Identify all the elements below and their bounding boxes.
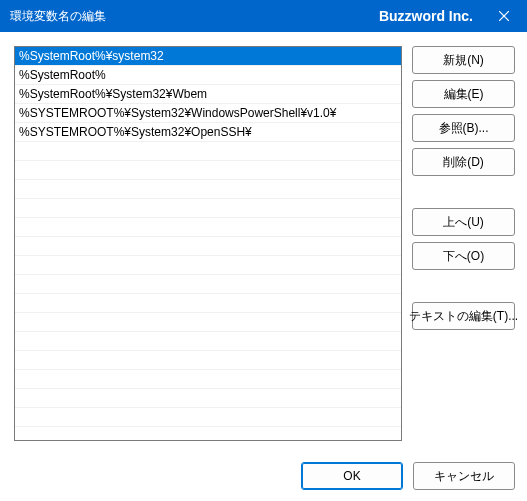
list-item[interactable] [15, 313, 401, 332]
content-area: %SystemRoot%¥system32%SystemRoot%%System… [0, 32, 527, 451]
list-item[interactable] [15, 389, 401, 408]
edit-button[interactable]: 編集(E) [412, 80, 515, 108]
list-item[interactable] [15, 256, 401, 275]
list-item[interactable] [15, 180, 401, 199]
list-item[interactable] [15, 161, 401, 180]
list-item[interactable]: %SystemRoot%¥System32¥Wbem [15, 85, 401, 104]
delete-button[interactable]: 削除(D) [412, 148, 515, 176]
list-item[interactable] [15, 370, 401, 389]
brand-name: Buzzword Inc. [379, 8, 473, 24]
cancel-button[interactable]: キャンセル [413, 462, 515, 490]
list-item[interactable] [15, 332, 401, 351]
footer: OK キャンセル [0, 451, 527, 501]
close-button[interactable] [481, 0, 527, 32]
move-down-button[interactable]: 下へ(O) [412, 242, 515, 270]
button-column: 新規(N) 編集(E) 参照(B)... 削除(D) 上へ(U) 下へ(O) テ… [412, 46, 515, 441]
browse-button[interactable]: 参照(B)... [412, 114, 515, 142]
list-item[interactable] [15, 294, 401, 313]
list-item[interactable]: %SystemRoot% [15, 66, 401, 85]
list-item[interactable] [15, 275, 401, 294]
list-item[interactable] [15, 218, 401, 237]
list-item[interactable]: %SystemRoot%¥system32 [15, 47, 401, 66]
list-item[interactable] [15, 351, 401, 370]
list-item[interactable]: %SYSTEMROOT%¥System32¥OpenSSH¥ [15, 123, 401, 142]
close-icon [499, 11, 509, 21]
window-title: 環境変数名の編集 [10, 8, 106, 25]
list-item[interactable] [15, 142, 401, 161]
list-item[interactable] [15, 408, 401, 427]
edit-text-button[interactable]: テキストの編集(T)... [412, 302, 515, 330]
list-item[interactable] [15, 237, 401, 256]
ok-button[interactable]: OK [301, 462, 403, 490]
path-listbox[interactable]: %SystemRoot%¥system32%SystemRoot%%System… [14, 46, 402, 441]
move-up-button[interactable]: 上へ(U) [412, 208, 515, 236]
list-item[interactable] [15, 199, 401, 218]
list-item[interactable]: %SYSTEMROOT%¥System32¥WindowsPowerShell¥… [15, 104, 401, 123]
titlebar: 環境変数名の編集 Buzzword Inc. [0, 0, 527, 32]
new-button[interactable]: 新規(N) [412, 46, 515, 74]
